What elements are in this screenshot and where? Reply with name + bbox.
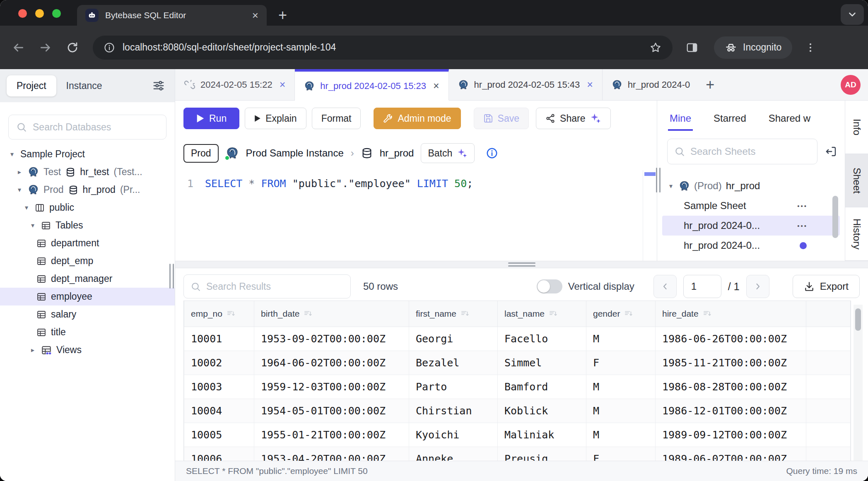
table-row[interactable]: 100051955-01-21T00:00:00ZKyoichiMaliniak… (184, 423, 851, 447)
sheet-item-current[interactable]: hr_prod 2024-0... ••• (662, 216, 840, 236)
sort-icon[interactable] (703, 309, 712, 318)
table-row[interactable]: 100021964-06-02T00:00:00ZBezalelSimmelF1… (184, 351, 851, 375)
tree-item-hr-test[interactable]: ▸ Test hr_test (Test... (0, 163, 175, 181)
caret-down-icon[interactable]: ▾ (23, 204, 30, 212)
admin-mode-button[interactable]: Admin mode (374, 108, 461, 129)
more-actions-icon[interactable]: ••• (797, 222, 808, 229)
tree-item-title[interactable]: title (0, 323, 175, 341)
collapse-panel-icon[interactable] (825, 145, 837, 158)
more-actions-icon[interactable]: ••• (797, 202, 808, 209)
tab-project[interactable]: Project (7, 75, 56, 96)
prev-page-button[interactable] (653, 275, 677, 298)
sort-icon[interactable] (624, 309, 633, 318)
minimize-window-button[interactable] (35, 9, 44, 18)
tab-search-button[interactable] (841, 4, 864, 25)
tree-item-views[interactable]: ▸ Views (0, 341, 175, 359)
column-header-first-name[interactable]: first_name (409, 301, 498, 327)
results-resize-divider[interactable] (175, 261, 868, 268)
search-results-input[interactable] (206, 281, 344, 292)
caret-down-icon[interactable]: ▾ (8, 150, 16, 158)
forward-button[interactable] (39, 41, 52, 54)
table-row[interactable]: 100031959-12-03T00:00:00ZPartoBamfordM19… (184, 375, 851, 399)
sheet-group-hr-prod[interactable]: ▾ (Prod) hr_prod (657, 176, 845, 196)
tab-starred[interactable]: Starred (714, 113, 746, 124)
user-avatar[interactable]: AD (841, 75, 861, 95)
editor-tab-3[interactable]: hr_prod 2024-02-05 15:43 × (449, 69, 603, 100)
batch-button[interactable]: Batch (421, 143, 475, 163)
column-header-gender[interactable]: gender (586, 301, 656, 327)
incognito-badge[interactable]: Incognito (714, 36, 792, 59)
new-tab-button[interactable]: + (278, 5, 287, 26)
caret-down-icon[interactable]: ▾ (29, 221, 36, 229)
results-scrollbar[interactable] (854, 305, 863, 461)
save-button[interactable]: Save (474, 108, 529, 129)
filter-settings-icon[interactable] (149, 79, 168, 92)
page-number-input[interactable] (683, 275, 721, 298)
sheet-item-sample-sheet[interactable]: Sample Sheet ••• (662, 196, 840, 216)
search-sheets-input[interactable] (690, 146, 810, 157)
tree-item-salary[interactable]: salary (0, 305, 175, 323)
table-row[interactable]: 100011953-09-02T00:00:00ZGeorgiFacelloM1… (184, 327, 851, 351)
column-header-emp-no[interactable]: emp_no (184, 301, 254, 327)
tree-item-tables[interactable]: ▾ Tables (0, 216, 175, 234)
tab-shared-with-me[interactable]: Shared w (769, 113, 810, 124)
editor-tab-1[interactable]: 2024-02-05 15:22 × (175, 69, 295, 100)
column-header-last-name[interactable]: last_name (498, 301, 586, 327)
tab-info[interactable]: Info (845, 101, 868, 154)
address-bar[interactable]: localhost:8080/sql-editor/sheet/project-… (93, 36, 673, 60)
table-row[interactable]: 100061953-04-20T00:00:00ZAnnekePreusigF1… (184, 447, 851, 461)
new-sheet-tab-button[interactable]: + (699, 69, 721, 100)
close-tab-icon[interactable]: × (433, 80, 439, 92)
vertical-display-toggle[interactable] (537, 279, 562, 293)
close-tab-icon[interactable]: × (252, 10, 258, 21)
tree-item-hr-prod[interactable]: ▾ Prod hr_prod (Pr... (0, 181, 175, 199)
caret-down-icon[interactable]: ▾ (16, 186, 23, 194)
format-button[interactable]: Format (312, 108, 361, 129)
sort-icon[interactable] (227, 309, 236, 318)
tree-item-dept-emp[interactable]: dept_emp (0, 252, 175, 270)
database-name[interactable]: hr_prod (380, 147, 414, 159)
caret-right-icon[interactable]: ▸ (29, 346, 36, 354)
sheet-item-unsaved-2[interactable]: hr_prod 2024-0... (662, 255, 840, 261)
share-button[interactable]: Share (536, 108, 611, 129)
sort-icon[interactable] (461, 309, 470, 318)
back-button[interactable] (12, 41, 25, 54)
search-databases-input[interactable] (33, 122, 159, 133)
bookmark-star-icon[interactable] (649, 41, 662, 54)
sidebar-resize-handle[interactable] (169, 264, 174, 289)
environment-chip[interactable]: Prod (183, 144, 219, 163)
tab-history[interactable]: History (845, 207, 868, 261)
site-info-icon[interactable] (104, 42, 115, 53)
sheet-list-scrollbar[interactable] (832, 196, 838, 238)
sort-icon[interactable] (549, 309, 558, 318)
reload-button[interactable] (66, 41, 79, 54)
tab-sheet[interactable]: Sheet (845, 154, 868, 207)
export-button[interactable]: Export (793, 275, 860, 298)
tab-mine[interactable]: Mine (670, 113, 691, 124)
drag-handle[interactable] (508, 262, 535, 267)
browser-menu-icon[interactable] (805, 42, 816, 53)
panel-resize-handle[interactable] (656, 168, 661, 192)
next-page-button[interactable] (746, 275, 769, 298)
tree-item-employee[interactable]: employee (0, 288, 175, 305)
tree-item-department[interactable]: department (0, 234, 175, 252)
tree-item-public-schema[interactable]: ▾ public (0, 199, 175, 216)
tree-item-project[interactable]: ▾ Sample Project (0, 145, 175, 163)
editor-scroll-gutter[interactable] (643, 170, 657, 261)
caret-right-icon[interactable]: ▸ (16, 168, 23, 176)
close-window-button[interactable] (18, 9, 27, 18)
instance-name[interactable]: Prod Sample Instance (246, 147, 344, 159)
sort-icon[interactable] (304, 309, 313, 318)
editor-tab-2-active[interactable]: hr_prod 2024-02-05 15:23 × (295, 69, 448, 100)
connection-info-icon[interactable] (486, 147, 498, 159)
table-row[interactable]: 100041954-05-01T00:00:00ZChirstianKoblic… (184, 399, 851, 423)
browser-tab[interactable]: Bytebase SQL Editor × (77, 5, 267, 26)
side-panel-icon[interactable] (686, 41, 698, 54)
column-header-birth-date[interactable]: birth_date (254, 301, 409, 327)
sheet-item-unsaved[interactable]: hr_prod 2024-0... (662, 236, 840, 255)
results-scrollbar-thumb[interactable] (855, 308, 861, 331)
run-button[interactable]: Run (183, 108, 239, 129)
sql-editor[interactable]: 1 SELECT * FROM "public"."employee" LIMI… (175, 170, 657, 261)
caret-down-icon[interactable]: ▾ (667, 182, 675, 190)
close-tab-icon[interactable]: × (587, 79, 593, 91)
